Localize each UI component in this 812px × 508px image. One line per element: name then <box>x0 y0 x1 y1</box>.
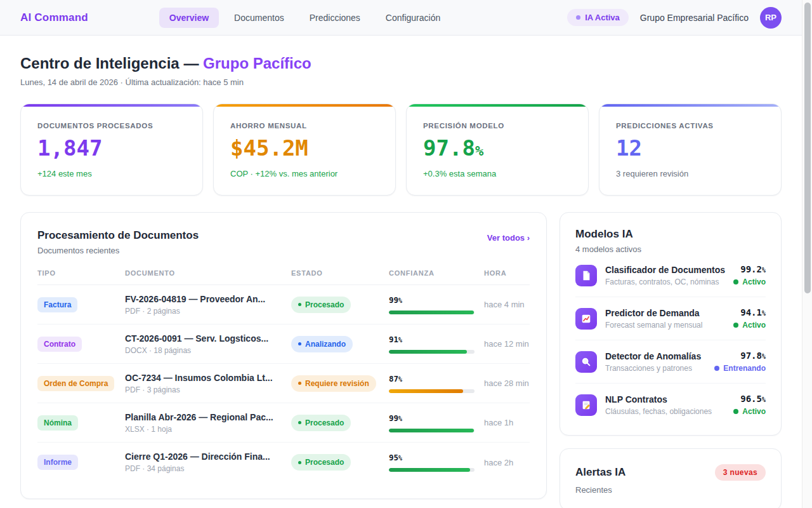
document-meta: DOCX · 18 páginas <box>125 346 291 355</box>
confidence-value: 99% <box>389 413 484 423</box>
status-dot-icon <box>714 366 719 371</box>
row-time: hace 2h <box>484 458 530 467</box>
model-item[interactable]: NLP Contratos Cláusulas, fechas, obligac… <box>575 384 766 420</box>
scrollbar-thumb[interactable] <box>804 3 811 293</box>
page-title-accent: Grupo Pacífico <box>203 55 311 72</box>
table-row[interactable]: Orden de Compra OC-7234 — Insumos Colomb… <box>37 364 530 403</box>
page-head: Centro de Inteligencia — Grupo Pacífico … <box>0 36 802 87</box>
documents-title: Procesamiento de Documentos <box>37 229 199 242</box>
model-status: Activo <box>733 321 766 330</box>
kpi-label: DOCUMENTOS PROCESADOS <box>37 122 186 130</box>
confidence-bar <box>389 311 475 314</box>
kpi-label: AHORRO MENSUAL <box>230 122 379 130</box>
status-dot-icon <box>298 342 301 345</box>
nav-tab-overview[interactable]: Overview <box>159 8 219 28</box>
kpi-card-documentos-procesados: DOCUMENTOS PROCESADOS 1,847 +124 este me… <box>20 104 203 196</box>
company-name: Grupo Empresarial Pacífico <box>640 13 749 23</box>
status-badge: Procesado <box>291 454 351 471</box>
col-hora: HORA <box>484 269 530 277</box>
confidence-value: 99% <box>389 295 484 305</box>
main-nav: Overview Documentos Predicciones Configu… <box>159 8 450 28</box>
avatar[interactable]: RP <box>760 7 782 29</box>
model-status: Activo <box>733 407 766 416</box>
document-name: Cierre Q1-2026 — Dirección Fina... <box>125 451 291 462</box>
nav-tab-documentos[interactable]: Documentos <box>224 8 294 28</box>
model-item[interactable]: Predictor de Demanda Forecast semanal y … <box>575 297 766 340</box>
document-icon <box>575 265 597 286</box>
documents-subtitle: Documentos recientes <box>37 246 199 255</box>
app-logo: AI Command <box>20 11 88 24</box>
page-subtitle: Lunes, 14 de abril de 2026 · Última actu… <box>20 77 782 87</box>
model-desc: Forecast semanal y mensual <box>605 321 725 330</box>
status-dot-icon <box>576 15 580 20</box>
models-card: Modelos IA 4 modelos activos Clasificado… <box>560 212 782 436</box>
model-name: Clasificador de Documentos <box>605 265 725 275</box>
col-tipo: TIPO <box>37 269 125 277</box>
doc-type-badge: Orden de Compra <box>37 376 114 391</box>
status-badge: Analizando <box>291 336 353 352</box>
confidence-value: 95% <box>389 453 484 462</box>
alerts-title: Alertas IA <box>575 466 625 479</box>
status-dot-icon <box>733 323 738 328</box>
document-name: CT-2026-0091 — Serv. Logsticos... <box>125 333 291 344</box>
model-item[interactable]: Detector de Anomalías Transacciones y pa… <box>575 340 766 384</box>
chart-icon <box>575 308 597 330</box>
col-estado: ESTADO <box>291 269 389 277</box>
ia-status-label: IA Activa <box>585 13 620 22</box>
kpi-value: 97.8% <box>423 137 572 159</box>
model-accuracy: 94.1% <box>733 307 766 318</box>
main-grid: Procesamiento de Documentos Documentos r… <box>20 212 782 508</box>
document-name: Planilla Abr-2026 — Regional Pac... <box>125 412 291 422</box>
doc-type-badge: Contrato <box>37 337 82 352</box>
documents-card: Procesamiento de Documentos Documentos r… <box>20 212 547 499</box>
status-dot-icon <box>298 421 301 424</box>
kpi-note: +124 este mes <box>37 169 186 178</box>
confidence-value: 87% <box>389 374 484 384</box>
table-row[interactable]: Informe Cierre Q1-2026 — Dirección Fina.… <box>37 443 530 482</box>
table-row[interactable]: Factura FV-2026-04819 — Proveedor An... … <box>37 285 530 324</box>
kpi-note: COP · +12% vs. mes anterior <box>230 169 379 178</box>
row-time: hace 12 min <box>484 339 530 349</box>
status-dot-icon <box>298 303 301 306</box>
vertical-scrollbar[interactable] <box>802 0 812 508</box>
confidence-bar <box>389 429 475 432</box>
confidence-value: 91% <box>389 335 484 344</box>
doc-type-badge: Nómina <box>37 415 78 431</box>
status-badge: Procesado <box>291 415 351 431</box>
view-all-link[interactable]: Ver todos › <box>487 233 530 243</box>
kpi-card-predicciones-activas: PREDICCIONES ACTIVAS 12 3 requieren revi… <box>599 104 782 196</box>
kpi-label: PREDICCIONES ACTIVAS <box>616 122 764 130</box>
document-meta: PDF · 2 páginas <box>125 307 291 316</box>
model-accuracy: 96.5% <box>733 394 766 404</box>
kpi-card-precision-modelo: PRECISIÓN MODELO 97.8% +0.3% esta semana <box>406 104 589 196</box>
model-item[interactable]: Clasificador de Documentos Facturas, con… <box>575 254 766 297</box>
confidence-bar <box>389 468 475 472</box>
model-accuracy: 99.2% <box>733 264 766 274</box>
nav-tab-configuracion[interactable]: Configuración <box>376 8 450 28</box>
kpi-label: PRECISIÓN MODELO <box>423 122 572 130</box>
doc-type-badge: Factura <box>37 297 77 312</box>
scrollbar-track[interactable] <box>802 0 812 508</box>
row-time: hace 4 min <box>484 300 530 309</box>
model-desc: Transacciones y patrones <box>605 364 706 373</box>
table-row[interactable]: Contrato CT-2026-0091 — Serv. Logsticos.… <box>37 324 530 364</box>
model-accuracy: 97.8% <box>714 351 766 361</box>
status-badge: Requiere revisión <box>291 375 376 392</box>
kpi-card-ahorro-mensual: AHORRO MENSUAL $45.2M COP · +12% vs. mes… <box>213 104 396 196</box>
confidence-bar <box>389 389 475 393</box>
magnifier-icon <box>575 351 597 373</box>
kpi-value: 1,847 <box>37 137 186 159</box>
nav-tab-predicciones[interactable]: Predicciones <box>299 8 370 28</box>
header-right: IA Activa Grupo Empresarial Pacífico RP <box>567 7 782 29</box>
document-meta: XLSX · 1 hoja <box>125 425 291 434</box>
row-time: hace 1h <box>484 418 530 427</box>
models-subtitle: 4 modelos activos <box>575 244 766 254</box>
status-dot-icon <box>733 279 738 284</box>
table-row[interactable]: Nómina Planilla Abr-2026 — Regional Pac.… <box>37 403 530 443</box>
document-meta: PDF · 34 páginas <box>125 464 291 473</box>
kpi-row: DOCUMENTOS PROCESADOS 1,847 +124 este me… <box>20 104 782 196</box>
model-status: Entrenando <box>714 364 766 373</box>
kpi-note: +0.3% esta semana <box>423 169 572 178</box>
table-header: TIPO DOCUMENTO ESTADO CONFIANZA HORA <box>37 269 530 285</box>
models-title: Modelos IA <box>575 228 766 241</box>
